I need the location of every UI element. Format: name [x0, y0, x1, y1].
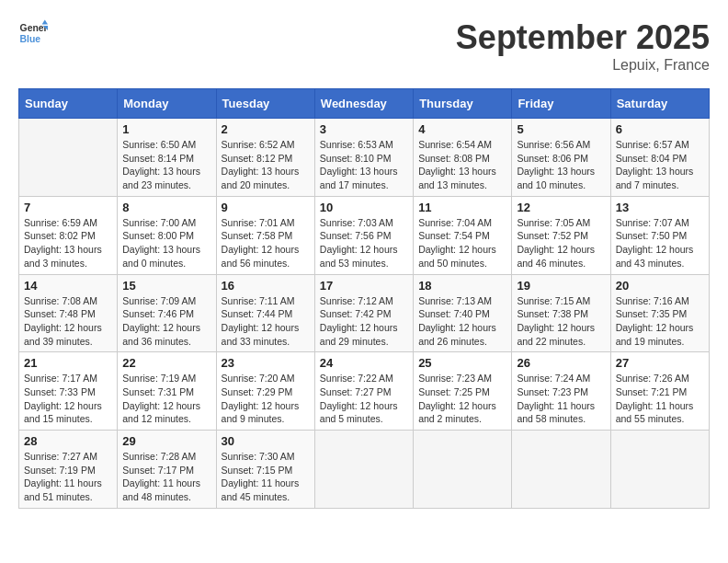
calendar-week-row: 28Sunrise: 7:27 AM Sunset: 7:19 PM Dayli… — [19, 431, 710, 509]
calendar-cell: 28Sunrise: 7:27 AM Sunset: 7:19 PM Dayli… — [19, 431, 118, 509]
calendar-cell: 26Sunrise: 7:24 AM Sunset: 7:23 PM Dayli… — [512, 352, 610, 431]
column-header-monday: Monday — [118, 89, 216, 119]
day-info: Sunrise: 7:23 AM Sunset: 7:25 PM Dayligh… — [418, 372, 506, 426]
day-info: Sunrise: 7:15 AM Sunset: 7:38 PM Dayligh… — [517, 294, 605, 349]
calendar-cell: 7Sunrise: 6:59 AM Sunset: 8:02 PM Daylig… — [19, 196, 118, 274]
calendar-cell: 14Sunrise: 7:08 AM Sunset: 7:48 PM Dayli… — [19, 274, 118, 352]
calendar-cell: 27Sunrise: 7:26 AM Sunset: 7:21 PM Dayli… — [610, 352, 709, 431]
calendar-cell — [19, 119, 118, 197]
column-header-saturday: Saturday — [610, 89, 709, 119]
day-number: 20 — [616, 279, 704, 293]
calendar-cell: 29Sunrise: 7:28 AM Sunset: 7:17 PM Dayli… — [118, 431, 216, 509]
calendar-cell: 13Sunrise: 7:07 AM Sunset: 7:50 PM Dayli… — [610, 196, 709, 274]
day-number: 18 — [418, 279, 506, 293]
calendar-cell: 21Sunrise: 7:17 AM Sunset: 7:33 PM Dayli… — [19, 352, 118, 431]
logo-icon: General Blue — [18, 18, 48, 48]
day-number: 22 — [122, 356, 210, 370]
day-info: Sunrise: 6:50 AM Sunset: 8:14 PM Dayligh… — [122, 138, 210, 192]
calendar-cell: 4Sunrise: 6:54 AM Sunset: 8:08 PM Daylig… — [414, 119, 512, 197]
calendar-cell: 15Sunrise: 7:09 AM Sunset: 7:46 PM Dayli… — [118, 274, 216, 352]
calendar-week-row: 1Sunrise: 6:50 AM Sunset: 8:14 PM Daylig… — [19, 119, 710, 197]
calendar-cell: 24Sunrise: 7:22 AM Sunset: 7:27 PM Dayli… — [314, 352, 413, 431]
logo: General Blue — [18, 18, 48, 48]
day-number: 7 — [24, 201, 112, 214]
calendar-cell — [314, 431, 413, 509]
column-header-sunday: Sunday — [19, 89, 118, 119]
calendar-cell: 12Sunrise: 7:05 AM Sunset: 7:52 PM Dayli… — [512, 196, 610, 274]
calendar-cell: 16Sunrise: 7:11 AM Sunset: 7:44 PM Dayli… — [216, 274, 314, 352]
calendar-cell: 18Sunrise: 7:13 AM Sunset: 7:40 PM Dayli… — [414, 274, 512, 352]
location: Lepuix, France — [456, 57, 710, 74]
day-number: 4 — [418, 122, 506, 136]
calendar-cell: 11Sunrise: 7:04 AM Sunset: 7:54 PM Dayli… — [414, 196, 512, 274]
day-number: 29 — [122, 434, 210, 448]
day-info: Sunrise: 7:24 AM Sunset: 7:23 PM Dayligh… — [517, 372, 605, 426]
day-info: Sunrise: 7:04 AM Sunset: 7:54 PM Dayligh… — [418, 216, 506, 270]
day-number: 14 — [24, 279, 112, 293]
calendar-cell: 6Sunrise: 6:57 AM Sunset: 8:04 PM Daylig… — [610, 119, 709, 197]
day-number: 2 — [222, 122, 310, 136]
column-header-thursday: Thursday — [414, 89, 512, 119]
day-number: 13 — [616, 201, 704, 214]
calendar-cell — [512, 431, 610, 509]
day-info: Sunrise: 7:11 AM Sunset: 7:44 PM Dayligh… — [222, 294, 310, 349]
day-info: Sunrise: 7:22 AM Sunset: 7:27 PM Dayligh… — [320, 372, 408, 426]
day-info: Sunrise: 7:20 AM Sunset: 7:29 PM Dayligh… — [222, 372, 310, 426]
calendar-week-row: 21Sunrise: 7:17 AM Sunset: 7:33 PM Dayli… — [19, 352, 710, 431]
day-info: Sunrise: 7:03 AM Sunset: 7:56 PM Dayligh… — [320, 216, 408, 270]
calendar-cell: 19Sunrise: 7:15 AM Sunset: 7:38 PM Dayli… — [512, 274, 610, 352]
day-info: Sunrise: 7:05 AM Sunset: 7:52 PM Dayligh… — [517, 216, 605, 270]
calendar-cell: 30Sunrise: 7:30 AM Sunset: 7:15 PM Dayli… — [216, 431, 314, 509]
calendar-cell: 20Sunrise: 7:16 AM Sunset: 7:35 PM Dayli… — [610, 274, 709, 352]
day-number: 24 — [320, 356, 408, 370]
day-info: Sunrise: 6:52 AM Sunset: 8:12 PM Dayligh… — [222, 138, 310, 192]
day-info: Sunrise: 7:16 AM Sunset: 7:35 PM Dayligh… — [616, 294, 704, 349]
day-number: 27 — [616, 356, 704, 370]
day-info: Sunrise: 7:17 AM Sunset: 7:33 PM Dayligh… — [24, 372, 112, 426]
day-info: Sunrise: 7:09 AM Sunset: 7:46 PM Dayligh… — [122, 294, 210, 349]
day-info: Sunrise: 7:26 AM Sunset: 7:21 PM Dayligh… — [616, 372, 704, 426]
calendar-cell: 2Sunrise: 6:52 AM Sunset: 8:12 PM Daylig… — [216, 119, 314, 197]
column-header-wednesday: Wednesday — [314, 89, 413, 119]
calendar-week-row: 7Sunrise: 6:59 AM Sunset: 8:02 PM Daylig… — [19, 196, 710, 274]
day-number: 30 — [222, 434, 310, 448]
calendar-cell: 22Sunrise: 7:19 AM Sunset: 7:31 PM Dayli… — [118, 352, 216, 431]
day-number: 8 — [122, 201, 210, 214]
calendar-cell — [610, 431, 709, 509]
day-number: 3 — [320, 122, 408, 136]
day-info: Sunrise: 7:08 AM Sunset: 7:48 PM Dayligh… — [24, 294, 112, 349]
day-number: 1 — [122, 122, 210, 136]
day-number: 9 — [222, 201, 310, 214]
day-info: Sunrise: 7:12 AM Sunset: 7:42 PM Dayligh… — [320, 294, 408, 349]
day-number: 12 — [517, 201, 605, 214]
day-number: 11 — [418, 201, 506, 214]
calendar-cell: 5Sunrise: 6:56 AM Sunset: 8:06 PM Daylig… — [512, 119, 610, 197]
day-info: Sunrise: 7:19 AM Sunset: 7:31 PM Dayligh… — [122, 372, 210, 426]
day-info: Sunrise: 7:00 AM Sunset: 8:00 PM Dayligh… — [122, 216, 210, 270]
day-number: 16 — [222, 279, 310, 293]
column-header-tuesday: Tuesday — [216, 89, 314, 119]
calendar-cell: 8Sunrise: 7:00 AM Sunset: 8:00 PM Daylig… — [118, 196, 216, 274]
day-number: 15 — [122, 279, 210, 293]
day-number: 19 — [517, 279, 605, 293]
day-number: 5 — [517, 122, 605, 136]
day-info: Sunrise: 6:54 AM Sunset: 8:08 PM Dayligh… — [418, 138, 506, 192]
calendar-cell: 1Sunrise: 6:50 AM Sunset: 8:14 PM Daylig… — [118, 119, 216, 197]
day-number: 21 — [24, 356, 112, 370]
day-number: 23 — [222, 356, 310, 370]
day-number: 10 — [320, 201, 408, 214]
day-number: 6 — [616, 122, 704, 136]
day-info: Sunrise: 7:28 AM Sunset: 7:17 PM Dayligh… — [122, 450, 210, 504]
calendar-cell: 3Sunrise: 6:53 AM Sunset: 8:10 PM Daylig… — [314, 119, 413, 197]
calendar-header-row: SundayMondayTuesdayWednesdayThursdayFrid… — [19, 89, 710, 119]
calendar-week-row: 14Sunrise: 7:08 AM Sunset: 7:48 PM Dayli… — [19, 274, 710, 352]
day-number: 28 — [24, 434, 112, 448]
day-info: Sunrise: 7:13 AM Sunset: 7:40 PM Dayligh… — [418, 294, 506, 349]
calendar-cell — [414, 431, 512, 509]
svg-text:General: General — [20, 23, 48, 33]
calendar-cell: 23Sunrise: 7:20 AM Sunset: 7:29 PM Dayli… — [216, 352, 314, 431]
svg-text:Blue: Blue — [20, 34, 41, 44]
day-info: Sunrise: 7:27 AM Sunset: 7:19 PM Dayligh… — [24, 450, 112, 504]
calendar-cell: 10Sunrise: 7:03 AM Sunset: 7:56 PM Dayli… — [314, 196, 413, 274]
day-number: 25 — [418, 356, 506, 370]
